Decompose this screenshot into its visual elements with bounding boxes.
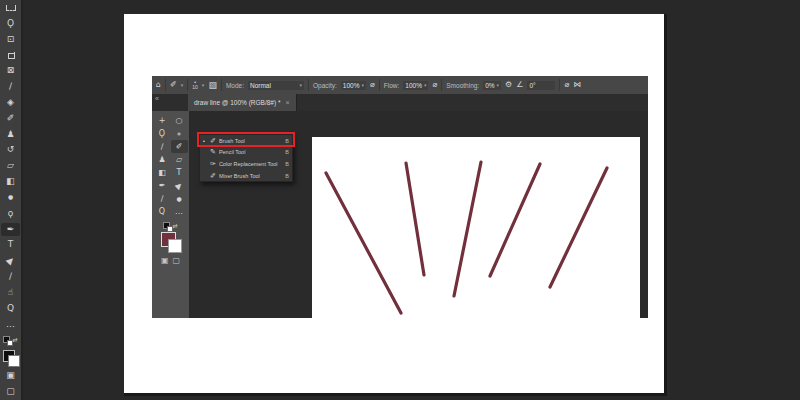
quick-selection-tool-icon[interactable]: ⁎	[171, 127, 188, 140]
close-tab-icon[interactable]: ×	[285, 99, 289, 106]
hand-glyph: ☝	[8, 288, 13, 297]
rectangular-marquee-tool-icon[interactable]	[1, 1, 20, 14]
quick-mask-tool-icon[interactable]: ▣	[1, 369, 20, 382]
gradient-tool-icon[interactable]: ◧	[1, 175, 20, 188]
menu-item-label: Mixer Brush Tool	[219, 173, 282, 179]
brush-tool-icon[interactable]: ✐	[1, 112, 20, 125]
brush-angle-value: 0°	[529, 82, 535, 89]
eyedropper-tool-icon[interactable]: ∕	[1, 80, 20, 93]
gear-icon[interactable]: ⚙	[505, 81, 512, 89]
healing-brush-tool-icon[interactable]: ◈	[1, 96, 20, 109]
chevron-down-icon: ▾	[299, 82, 302, 88]
smudge-tool-icon[interactable]: ●	[171, 192, 188, 205]
hand-tool-icon[interactable]: ☝	[1, 286, 20, 299]
path-selection-glyph: ▶	[5, 255, 16, 266]
type-tool-icon[interactable]: T	[1, 238, 20, 251]
frame-tool-icon[interactable]: ⊠	[1, 64, 20, 77]
paint-symmetry-icon[interactable]: ⋈	[573, 81, 581, 89]
brush-settings-panel-icon[interactable]: ▨	[208, 81, 217, 90]
brush-size-preview[interactable]: • 10	[192, 80, 198, 90]
eraser-tool-icon[interactable]: ▱	[1, 159, 20, 172]
quick-mask-icon[interactable]: ▣	[161, 257, 169, 265]
divider	[187, 79, 188, 91]
eyedropper-glyph: ∕	[9, 82, 12, 91]
zoom-tool-icon[interactable]: Q	[154, 205, 171, 218]
eraser-glyph: ▱	[176, 156, 182, 164]
path-selection-tool-icon[interactable]: ▶	[171, 179, 188, 192]
menu-item-color-replacement-tool[interactable]: ✑Color Replacement ToolB	[200, 158, 292, 170]
brush-preset-icon[interactable]: ✐	[170, 81, 177, 89]
brush-stroke-3	[454, 162, 481, 296]
edit-toolbar-tool-icon[interactable]: …	[1, 318, 20, 331]
move-tool-icon[interactable]: +	[154, 114, 171, 127]
edit-toolbar-glyph: …	[6, 320, 15, 329]
blur-tool-icon[interactable]: ●	[1, 191, 20, 204]
brush-strokes	[312, 137, 640, 318]
path-selection-tool-icon[interactable]: ▶	[1, 254, 20, 267]
collapse-panels-icon[interactable]: «	[152, 94, 188, 111]
marquee-tool-icon[interactable]: ○	[171, 114, 188, 127]
chevron-down-icon[interactable]: ▾	[202, 82, 205, 88]
clone-stamp-glyph: ♟	[6, 130, 14, 139]
default-swap-colors[interactable]: ⇄	[163, 222, 177, 229]
default-swap-colors-tool-icon[interactable]: ⇄	[1, 333, 20, 346]
home-icon[interactable]: ⌂	[156, 81, 161, 89]
brush-stroke-4	[490, 164, 540, 276]
color-swatches[interactable]	[1, 349, 20, 366]
flow-select[interactable]: 100% ▾	[403, 81, 428, 90]
pen-tool-icon[interactable]: ✒	[154, 179, 171, 192]
crop-tool-icon[interactable]	[1, 48, 20, 61]
opacity-select[interactable]: 100% ▾	[341, 81, 366, 90]
pen-pressure-opacity-icon[interactable]: ⌀	[370, 81, 375, 89]
airbrush-icon[interactable]: ⌀	[432, 81, 437, 89]
eyedropper-glyph: ∕	[161, 143, 164, 151]
divider	[165, 79, 166, 91]
object-selection-glyph: ⊡	[7, 35, 15, 44]
pen-tool-icon[interactable]: ✒	[1, 223, 20, 236]
screen-mode-tool-icon[interactable]: ▢	[1, 385, 20, 398]
lasso-tool-icon[interactable]: Ϙ	[1, 17, 20, 30]
menu-item-shortcut: B	[285, 161, 289, 167]
eyedropper-tool-icon[interactable]: ∕	[154, 140, 171, 153]
zoom-tool-icon[interactable]: Q	[1, 302, 20, 315]
background-color-swatch[interactable]	[8, 355, 20, 367]
quick-selection-glyph: ⁎	[177, 130, 181, 138]
gradient-tool-icon[interactable]: ◧	[154, 166, 171, 179]
dodge-tool-icon[interactable]: ϙ	[1, 207, 20, 220]
clone-stamp-glyph: ♟	[158, 156, 165, 164]
brush-tool-icon[interactable]: ✐	[171, 140, 188, 153]
path-selection-glyph: ▶	[174, 180, 184, 190]
toolbar-bottom-buttons: ▣ ▢	[161, 257, 180, 265]
drawing-canvas[interactable]	[312, 137, 640, 318]
clone-stamp-tool-icon[interactable]: ♟	[154, 153, 171, 166]
menu-item-mixer-brush-tool[interactable]: ✐Mixer Brush ToolB	[200, 170, 292, 182]
brush-glyph: ✐	[176, 143, 183, 151]
chevron-down-icon[interactable]: ▾	[181, 82, 184, 88]
pen-glyph: ✒	[159, 182, 166, 190]
brush-glyph: ✐	[7, 114, 15, 123]
menu-item-pencil-tool[interactable]: ✎Pencil ToolB	[200, 147, 292, 159]
smoothing-value: 0%	[485, 82, 494, 89]
line-tool-icon[interactable]: ∕	[1, 270, 20, 283]
color-swatches[interactable]	[161, 232, 181, 252]
pen-pressure-size-icon[interactable]: ⌀	[564, 81, 569, 89]
smoothing-select[interactable]: 0% ▾	[483, 81, 501, 90]
history-brush-tool-icon[interactable]: ↺	[1, 143, 20, 156]
healing-brush-glyph: ◈	[7, 98, 14, 107]
mode-label: Mode:	[226, 82, 244, 89]
object-selection-tool-icon[interactable]: ⊡	[1, 33, 20, 46]
menu-item-shortcut: B	[285, 173, 289, 179]
document-tab[interactable]: draw line @ 100% (RGB/8#) * ×	[188, 94, 297, 111]
eraser-tool-icon[interactable]: ▱	[171, 153, 188, 166]
background-color-swatch[interactable]	[168, 239, 182, 253]
type-tool-icon[interactable]: T	[171, 166, 188, 179]
brush-angle-field[interactable]: 0°	[527, 81, 555, 90]
edit-toolbar-tool-icon[interactable]: …	[171, 205, 188, 218]
mode-select[interactable]: Normal ▾	[248, 81, 304, 90]
lasso-tool-icon[interactable]: Ϙ	[154, 127, 171, 140]
pen-glyph: ✒	[7, 225, 15, 234]
color-swatches[interactable]	[3, 350, 19, 366]
screen-mode-icon[interactable]: ▢	[173, 257, 181, 265]
clone-stamp-tool-icon[interactable]: ♟	[1, 128, 20, 141]
line-tool-icon[interactable]: ∕	[154, 192, 171, 205]
